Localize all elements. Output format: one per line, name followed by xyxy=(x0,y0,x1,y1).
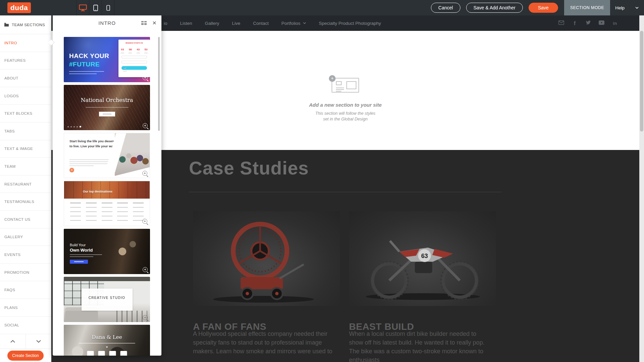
help-label: Help xyxy=(615,5,625,10)
template-thumb-dana-and-lee[interactable]: Dana & Lee ♥ xyxy=(64,325,150,356)
sidebar-item-testimonials[interactable]: TESTIMONIALS xyxy=(0,193,51,211)
chevron-down-icon xyxy=(303,22,306,24)
save-add-another-button[interactable]: Save & Add Another xyxy=(466,3,523,13)
sidebar-item-social[interactable]: SOCIAL xyxy=(0,317,51,334)
webinar-card-title: WEBINAR STARTS IN xyxy=(118,42,150,44)
zoom-preview-icon[interactable]: + xyxy=(143,315,148,320)
chevron-down-icon xyxy=(36,340,41,343)
grid-view-toggle-icon[interactable] xyxy=(141,21,147,25)
sections-sidebar: TEAM SECTIONS INTRO FEATURES ABOUT LOGOS… xyxy=(0,15,51,362)
sidebar-item-text-blocks[interactable]: TEXT BLOCKS xyxy=(0,105,51,122)
thumb-title-line2: Own World xyxy=(70,248,93,253)
help-menu[interactable]: Help xyxy=(610,0,644,15)
sidebar-item-promotion[interactable]: PROMOTION xyxy=(0,264,51,281)
template-thumb-start-living[interactable]: Start living the life you deserve to liv… xyxy=(64,133,150,178)
desktop-icon xyxy=(79,4,87,11)
case-card-text: When a local custom dirt bike builder ne… xyxy=(349,329,491,362)
sidebar-item-gallery[interactable]: GALLERY xyxy=(0,228,51,246)
editor-topbar: duda Cancel Save & Add Another Save SECT… xyxy=(0,0,644,15)
template-thumb-top-destinations[interactable]: Our top destinations + xyxy=(64,181,150,226)
page-scrollbar-thumb[interactable] xyxy=(640,31,643,132)
thumb-title-line1: HACK YOUR xyxy=(69,52,109,60)
zoom-preview-icon[interactable]: + xyxy=(143,267,148,272)
mobile-preview-button[interactable] xyxy=(102,0,114,15)
linkedin-icon[interactable]: in xyxy=(612,20,618,26)
thumb-title-line1: Build Your xyxy=(70,243,86,247)
folder-icon xyxy=(4,23,9,27)
nav-item-portfolios[interactable]: Portfolios xyxy=(282,21,306,26)
sidebar-item-about[interactable]: ABOUT xyxy=(0,69,51,87)
tablet-preview-button[interactable] xyxy=(89,0,102,15)
scroll-down-button[interactable] xyxy=(26,334,51,349)
nav-item-contact[interactable]: Contact xyxy=(253,21,269,26)
template-thumbnail-list: HACK YOUR #FUTURE WEBINAR STARTS IN 03 0… xyxy=(53,31,161,356)
email-icon[interactable] xyxy=(558,20,564,26)
countdown-boxes xyxy=(87,351,127,356)
case-card-bike: 63 BEAST BUILD When a local custom dirt … xyxy=(349,211,496,306)
cta-button xyxy=(99,112,115,116)
sidebar-item-events[interactable]: EVENTS xyxy=(0,246,51,264)
hand-cursor: ☝ xyxy=(123,66,127,72)
thumb-title: National Orchestra xyxy=(64,97,150,103)
template-thumb-hack-your-future[interactable]: HACK YOUR #FUTURE WEBINAR STARTS IN 03 0… xyxy=(64,37,150,82)
template-thumb-creative-studio[interactable]: CREATIVE STUDIO + xyxy=(64,277,150,322)
sidebar-item-restaurant[interactable]: RESTAURANT xyxy=(0,175,51,193)
desktop-preview-button[interactable] xyxy=(76,0,89,15)
divider xyxy=(189,192,501,192)
add-section-placeholder[interactable]: + Add a new section to your site This se… xyxy=(278,78,412,122)
sidebar-item-tabs[interactable]: TABS xyxy=(0,122,51,140)
plus-button: + xyxy=(69,168,74,172)
section-mode-badge: SECTION MODE xyxy=(564,0,610,15)
thumb-title: CREATIVE STUDIO xyxy=(82,296,133,300)
destinations-photo: Our top destinations xyxy=(64,181,150,199)
intro-templates-panel: INTRO × HACK YOUR #FUTURE WEBINAR STARTS… xyxy=(53,15,161,356)
panel-header: INTRO × xyxy=(53,15,161,31)
sidebar-item-contact-us[interactable]: CONTACT US xyxy=(0,211,51,228)
duda-logo[interactable]: duda xyxy=(7,2,31,13)
sidebar-item-plans[interactable]: PLANS xyxy=(0,299,51,317)
youtube-icon[interactable] xyxy=(599,20,604,26)
panel-scrollbar-thumb[interactable] xyxy=(158,37,160,131)
sidebar-item-text-image[interactable]: TEXT & IMAGE xyxy=(0,140,51,158)
heart-icon: ♥ xyxy=(64,346,150,349)
mobile-icon xyxy=(106,5,110,11)
cancel-button[interactable]: Cancel xyxy=(431,3,460,13)
sidebar-pager xyxy=(0,334,51,349)
placeholder-title: Add a new section to your site xyxy=(278,102,412,108)
twitter-icon[interactable] xyxy=(585,20,591,26)
case-card-fan: A FAN OF FANS A Hollywood special effect… xyxy=(193,211,340,306)
zoom-preview-icon[interactable]: + xyxy=(142,219,147,224)
nav-item-live[interactable]: Live xyxy=(232,21,240,26)
zoom-preview-icon[interactable]: + xyxy=(143,123,148,128)
save-button[interactable]: Save xyxy=(529,3,558,13)
plus-circle-icon: + xyxy=(329,75,336,82)
template-thumb-build-your-own-world[interactable]: Build Your Own World + xyxy=(64,229,150,274)
carousel-dots xyxy=(67,126,81,127)
bike-number: 63 xyxy=(421,253,428,259)
page-scrollbar[interactable] xyxy=(639,15,644,362)
zoom-preview-icon[interactable]: + xyxy=(142,171,147,176)
nav-item-listen[interactable]: Listen xyxy=(180,21,192,26)
preview-social-links: f in xyxy=(558,15,618,31)
sidebar-item-team[interactable]: TEAM xyxy=(0,158,51,175)
sidebar-item-features[interactable]: FEATURES xyxy=(0,52,51,70)
thumb-title: Dana & Lee xyxy=(64,334,150,340)
sidebar-item-logos[interactable]: LOGOS xyxy=(0,87,51,105)
template-thumb-national-orchestra[interactable]: National Orchestra + xyxy=(64,85,150,130)
facebook-icon[interactable]: f xyxy=(572,20,578,26)
nav-item-gallery[interactable]: Gallery xyxy=(205,21,219,26)
nav-item-truncated[interactable]: io xyxy=(164,21,167,26)
nav-item-label: Portfolios xyxy=(282,21,300,26)
bike-image: 63 xyxy=(349,211,496,306)
cta-button xyxy=(70,260,88,264)
create-section-button[interactable]: Create Section xyxy=(7,351,44,361)
thumb-title: Start living the life you deserve to liv… xyxy=(69,139,118,149)
sidebar-item-faqs[interactable]: FAQS xyxy=(0,281,51,299)
scroll-up-button[interactable] xyxy=(0,334,26,349)
fan-image xyxy=(193,211,340,306)
placeholder-subtitle: This section will follow the styles set … xyxy=(278,111,412,122)
sidebar-item-intro[interactable]: INTRO xyxy=(0,34,51,52)
zoom-preview-icon[interactable]: + xyxy=(143,75,148,80)
close-icon[interactable]: × xyxy=(152,18,156,27)
nav-item-specialty[interactable]: Specialty Product Photography xyxy=(319,21,381,26)
